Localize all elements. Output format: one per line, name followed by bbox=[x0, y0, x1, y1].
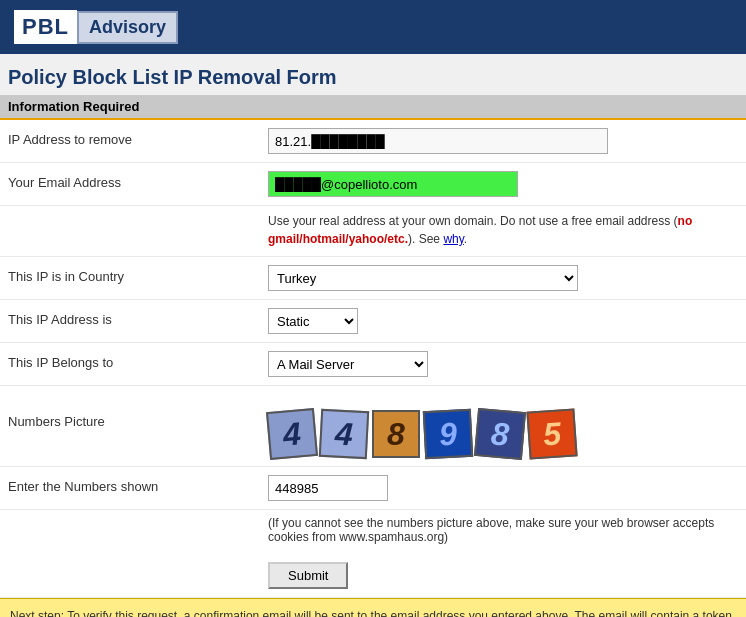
captcha-input[interactable] bbox=[268, 475, 388, 501]
country-select[interactable]: Turkey United States Germany bbox=[268, 265, 578, 291]
submit-spacer bbox=[8, 562, 268, 566]
email-hint-row: Use your real address at your own domain… bbox=[0, 206, 746, 256]
static-select[interactable]: Static Dynamic bbox=[268, 308, 358, 334]
submit-cell: Submit bbox=[268, 562, 738, 589]
belongs-select[interactable]: A Mail Server A Home Computer A Business… bbox=[268, 351, 428, 377]
captcha-picture-row: Numbers Picture 4 4 8 9 8 5 bbox=[0, 402, 746, 467]
bottom-notice: Next step: To verify this request, a con… bbox=[0, 598, 746, 617]
email-hint: Use your real address at your own domain… bbox=[268, 208, 738, 248]
captcha-input-cell bbox=[268, 475, 738, 501]
email-input-cell bbox=[268, 171, 738, 197]
pbl-logo: PBL Advisory bbox=[14, 10, 178, 44]
section-header: Information Required bbox=[0, 95, 746, 120]
static-label: This IP Address is bbox=[8, 308, 268, 327]
email-row: Your Email Address bbox=[0, 163, 746, 206]
header: PBL Advisory bbox=[0, 0, 746, 54]
country-row: This IP is in Country Turkey United Stat… bbox=[0, 256, 746, 300]
captcha-input-row: Enter the Numbers shown bbox=[0, 467, 746, 510]
captcha-digit-4: 9 bbox=[423, 409, 473, 459]
captcha-digit-1: 4 bbox=[266, 408, 318, 460]
spacer-row bbox=[0, 386, 746, 402]
belongs-label: This IP Belongs to bbox=[8, 351, 268, 370]
submit-row: Submit bbox=[0, 554, 746, 598]
why-link[interactable]: why bbox=[443, 232, 463, 246]
captcha-input-label: Enter the Numbers shown bbox=[8, 475, 268, 494]
captcha-label: Numbers Picture bbox=[8, 410, 268, 429]
belongs-row: This IP Belongs to A Mail Server A Home … bbox=[0, 343, 746, 386]
country-input-cell: Turkey United States Germany bbox=[268, 265, 738, 291]
submit-button[interactable]: Submit bbox=[268, 562, 348, 589]
captcha-note: (If you cannot see the numbers picture a… bbox=[268, 512, 738, 546]
email-label: Your Email Address bbox=[8, 171, 268, 190]
captcha-digit-6: 5 bbox=[526, 408, 577, 459]
email-input[interactable] bbox=[268, 171, 518, 197]
captcha-digits: 4 4 8 9 8 5 bbox=[268, 410, 738, 458]
country-label: This IP is in Country bbox=[8, 265, 268, 284]
captcha-note-row: (If you cannot see the numbers picture a… bbox=[0, 510, 746, 554]
ip-address-row: IP Address to remove bbox=[0, 120, 746, 163]
ip-input-cell bbox=[268, 128, 738, 154]
pbl-text: PBL bbox=[14, 10, 77, 44]
captcha-digit-3: 8 bbox=[372, 410, 420, 458]
captcha-image-cell: 4 4 8 9 8 5 bbox=[268, 410, 738, 458]
advisory-text: Advisory bbox=[77, 11, 178, 44]
hint-suffix: ). See bbox=[408, 232, 443, 246]
ip-address-input[interactable] bbox=[268, 128, 608, 154]
static-row: This IP Address is Static Dynamic bbox=[0, 300, 746, 343]
captcha-digit-2: 4 bbox=[319, 409, 369, 459]
page-title: Policy Block List IP Removal Form bbox=[0, 54, 746, 95]
captcha-digit-5: 8 bbox=[474, 408, 526, 460]
belongs-input-cell: A Mail Server A Home Computer A Business… bbox=[268, 351, 738, 377]
static-input-cell: Static Dynamic bbox=[268, 308, 738, 334]
ip-label: IP Address to remove bbox=[8, 128, 268, 147]
hint-prefix: Use your real address at your own domain… bbox=[268, 214, 678, 228]
